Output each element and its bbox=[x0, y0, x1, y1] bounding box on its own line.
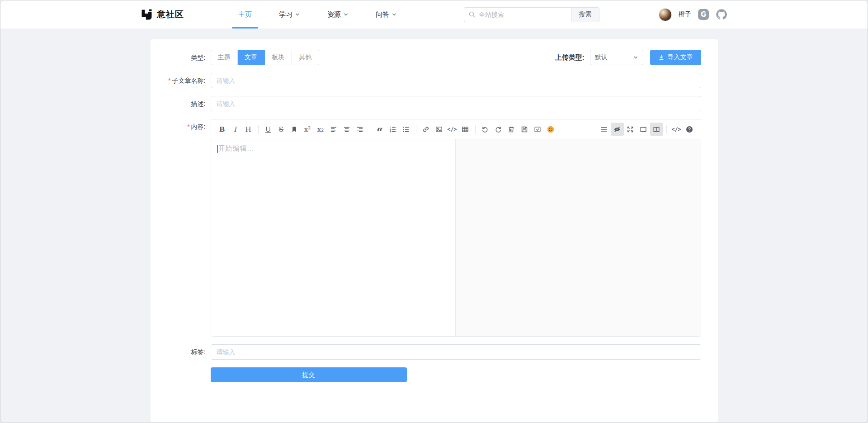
underline-icon[interactable]: U bbox=[262, 123, 275, 136]
editor-toolbar: B I H U S x² x₂ bbox=[211, 119, 701, 139]
nav-label: 资源 bbox=[327, 10, 341, 19]
tags-input[interactable] bbox=[211, 344, 701, 360]
fullscreen-icon[interactable] bbox=[624, 123, 637, 136]
content-label: *内容: bbox=[151, 119, 211, 337]
editor-preview-pane bbox=[456, 139, 701, 336]
main-nav: 主页 学习 资源 问答 bbox=[225, 0, 410, 29]
heading-icon[interactable]: H bbox=[242, 123, 255, 136]
editor-input-pane[interactable]: 开始编辑... bbox=[211, 139, 456, 336]
submit-row: 提交 bbox=[151, 367, 718, 382]
ordered-list-icon[interactable] bbox=[387, 123, 400, 136]
help-icon[interactable] bbox=[683, 123, 696, 136]
chevron-down-icon bbox=[295, 12, 300, 17]
gitee-icon[interactable]: G bbox=[698, 9, 709, 20]
nav-label: 问答 bbox=[376, 10, 389, 19]
superscript-icon[interactable]: x² bbox=[301, 123, 314, 136]
toolbar-right-group: </> bbox=[598, 123, 696, 136]
nav-item-learn[interactable]: 学习 bbox=[273, 0, 307, 29]
toolbar-divider bbox=[370, 125, 370, 133]
search-button[interactable]: 搜索 bbox=[571, 7, 599, 22]
description-input[interactable] bbox=[211, 96, 701, 111]
search-input[interactable] bbox=[464, 7, 571, 22]
split-panel-icon[interactable] bbox=[650, 123, 663, 136]
text-caret bbox=[217, 145, 218, 153]
code-block-icon[interactable]: </> bbox=[446, 123, 459, 136]
preview-toggle-icon[interactable] bbox=[611, 123, 624, 136]
user-zone: 橙子 G bbox=[659, 8, 727, 21]
brand-logo-icon bbox=[141, 9, 153, 21]
toolbar-divider bbox=[258, 125, 259, 133]
sub-article-name-label: *子文章名称: bbox=[151, 73, 211, 88]
nav-label: 主页 bbox=[238, 10, 252, 19]
active-tab-indicator bbox=[232, 27, 258, 29]
subscript-icon[interactable]: x₂ bbox=[314, 123, 327, 136]
submit-button[interactable]: 提交 bbox=[211, 367, 407, 382]
username[interactable]: 橙子 bbox=[679, 10, 691, 19]
tags-row: 标签: bbox=[151, 344, 718, 360]
type-option-article[interactable]: 文章 bbox=[238, 50, 265, 65]
single-panel-icon[interactable] bbox=[637, 123, 650, 136]
align-right-icon[interactable] bbox=[354, 123, 367, 136]
emoji-icon[interactable] bbox=[544, 123, 557, 136]
outline-icon[interactable] bbox=[598, 123, 611, 136]
editor-placeholder: 开始编辑... bbox=[218, 144, 255, 152]
nav-label: 学习 bbox=[279, 10, 292, 19]
table-icon[interactable] bbox=[459, 123, 472, 136]
redo-icon[interactable] bbox=[492, 123, 505, 136]
type-option-other[interactable]: 其他 bbox=[292, 50, 319, 65]
bold-icon[interactable]: B bbox=[216, 123, 229, 136]
undo-icon[interactable] bbox=[479, 123, 492, 136]
toolbar-divider bbox=[666, 125, 667, 133]
strikethrough-icon[interactable]: S bbox=[275, 123, 288, 136]
site-search: 搜索 bbox=[464, 7, 599, 22]
check-export-icon[interactable] bbox=[531, 123, 544, 136]
brand[interactable]: 意社区 bbox=[141, 9, 184, 21]
required-marker: * bbox=[187, 123, 189, 130]
search-icon bbox=[468, 11, 476, 18]
save-icon[interactable] bbox=[518, 123, 531, 136]
article-form-card: 类型: 主题 文章 板块 其他 上传类型: 默认 bbox=[151, 39, 718, 422]
nav-item-qa[interactable]: 问答 bbox=[369, 0, 403, 29]
chevron-down-icon bbox=[392, 12, 397, 17]
upload-type-value: 默认 bbox=[595, 53, 608, 62]
sub-article-name-input[interactable] bbox=[211, 73, 701, 88]
chevron-down-icon bbox=[343, 12, 349, 17]
type-row: 类型: 主题 文章 板块 其他 上传类型: 默认 bbox=[151, 50, 718, 65]
italic-icon[interactable]: I bbox=[229, 123, 242, 136]
app-window: 意社区 主页 学习 资源 问答 bbox=[0, 0, 868, 423]
type-option-topic[interactable]: 主题 bbox=[211, 50, 238, 65]
description-row: 描述: bbox=[151, 96, 718, 111]
markdown-editor: B I H U S x² x₂ bbox=[211, 119, 701, 337]
editor-body: 开始编辑... bbox=[211, 139, 701, 336]
tags-label: 标签: bbox=[151, 344, 211, 360]
code-view-icon[interactable]: </> bbox=[670, 123, 683, 136]
nav-item-home[interactable]: 主页 bbox=[232, 0, 258, 29]
download-icon bbox=[658, 54, 665, 61]
image-icon[interactable] bbox=[433, 123, 446, 136]
required-marker: * bbox=[168, 77, 170, 84]
import-article-label: 导入文章 bbox=[668, 53, 693, 62]
toolbar-divider bbox=[416, 125, 416, 133]
align-left-icon[interactable] bbox=[327, 123, 340, 136]
unordered-list-icon[interactable] bbox=[400, 123, 413, 136]
link-icon[interactable] bbox=[420, 123, 433, 136]
avatar[interactable] bbox=[659, 8, 672, 21]
upload-type-label: 上传类型: bbox=[555, 53, 585, 62]
bookmark-icon[interactable] bbox=[288, 123, 301, 136]
description-label: 描述: bbox=[151, 96, 211, 111]
content-row: *内容: B I H U S x² x₂ bbox=[151, 119, 718, 337]
nav-item-resources[interactable]: 资源 bbox=[321, 0, 355, 29]
type-segmented-control: 主题 文章 板块 其他 bbox=[211, 50, 319, 65]
blockquote-icon[interactable]: “ bbox=[373, 123, 387, 136]
sub-article-name-row: *子文章名称: bbox=[151, 73, 718, 88]
delete-icon[interactable] bbox=[505, 123, 518, 136]
upload-cluster: 上传类型: 默认 导入文章 bbox=[555, 50, 701, 65]
type-option-board[interactable]: 板块 bbox=[265, 50, 292, 65]
toolbar-divider bbox=[475, 125, 476, 133]
import-article-button[interactable]: 导入文章 bbox=[650, 50, 701, 65]
upload-type-select[interactable]: 默认 bbox=[590, 50, 643, 65]
align-center-icon[interactable] bbox=[340, 123, 354, 136]
github-icon[interactable] bbox=[716, 9, 727, 20]
brand-name: 意社区 bbox=[157, 9, 184, 20]
top-navbar: 意社区 主页 学习 资源 问答 bbox=[0, 0, 868, 29]
